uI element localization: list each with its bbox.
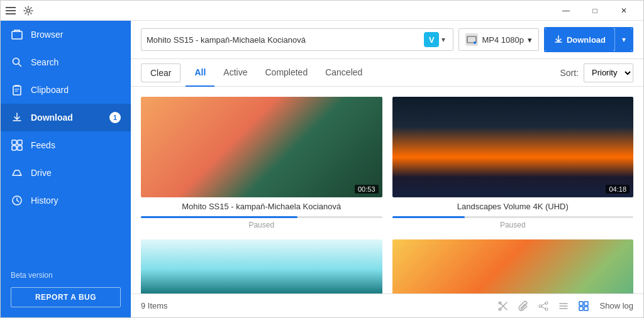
attachment-icon[interactable] [517,300,530,312]
download-dropdown-button[interactable]: ▾ [614,28,632,51]
progress-fill-1 [392,216,465,218]
download-card-1: 04:18 Landscapes Volume 4K (UHD) Paused [392,97,634,229]
cut-icon[interactable] [497,300,509,312]
svg-point-8 [19,175,20,176]
svg-rect-19 [579,307,583,310]
feeds-icon [11,139,23,151]
thumbnail-2[interactable] [141,239,382,293]
download-card-3 [392,239,634,293]
url-input-wrapper[interactable]: V ▾ [141,28,453,51]
progress-bar-0 [141,216,382,218]
format-icon [465,33,478,46]
svg-point-16 [545,308,548,310]
svg-rect-4 [12,140,16,145]
filter-all-tab[interactable]: All [186,59,214,87]
svg-rect-18 [584,302,588,305]
browser-label: Browser [31,30,63,40]
download-card-2 [141,239,382,293]
thumbnail-3[interactable] [392,239,634,293]
download-badge: 1 [109,112,121,123]
sidebar: Browser Search [1,21,131,317]
bottombar-icons [497,300,590,312]
sidebar-item-feeds[interactable]: Feeds [1,131,131,159]
download-card-0: 00:53 Mohito SS15 - kampaň-Michaela Koci… [141,97,382,229]
svg-rect-20 [584,307,588,310]
svg-rect-3 [13,86,21,95]
download-label: Download [31,112,73,123]
format-selector[interactable]: MP4 1080p ▾ [458,28,539,51]
filter-clear-button[interactable]: Clear [141,63,180,82]
sidebar-item-search[interactable]: Search [1,48,131,76]
sort-section: Sort: Priority Name Date Size [560,63,633,82]
thumbnail-0[interactable]: 00:53 [141,97,382,197]
duration-0: 00:53 [355,185,379,194]
filter-bar: Clear All Active Completed Canceled Sort… [131,59,643,87]
download-grid: 00:53 Mohito SS15 - kampaň-Michaela Koci… [131,87,643,293]
svg-rect-6 [12,146,16,150]
svg-rect-1 [12,31,22,39]
vimeo-icon: V [424,32,439,47]
item-count: 9 Items [141,301,487,310]
filter-active-tab[interactable]: Active [214,59,256,87]
progress-fill-0 [141,216,297,218]
titlebar-left [6,6,33,16]
window-controls: — □ ✕ [552,1,638,21]
grid-view-icon[interactable] [577,300,590,312]
format-label: MP4 1080p [482,35,524,45]
bottombar: 9 Items [131,293,643,317]
thumbnail-1[interactable]: 04:18 [392,97,634,197]
show-log-button[interactable]: Show log [600,301,633,310]
report-bug-button[interactable]: REPORT A BUG [11,287,121,307]
sort-select[interactable]: Priority Name Date Size [584,63,633,82]
sort-label: Sort: [560,68,579,78]
svg-point-15 [539,305,541,307]
drive-icon [11,167,23,179]
format-chevron: ▾ [528,35,532,45]
card-title-1: Landscapes Volume 4K (UHD) [392,201,634,212]
sidebar-item-download[interactable]: Download 1 [1,104,131,131]
duration-1: 04:18 [606,185,630,194]
download-icon [11,111,23,124]
card-status-1: Paused [392,221,634,229]
clipboard-icon [11,84,23,96]
download-btn-label: Download [567,35,606,45]
download-main-button[interactable]: Download [545,28,614,51]
settings-icon[interactable] [23,6,33,16]
share-icon[interactable] [537,300,550,312]
drive-label: Drive [31,168,52,178]
sidebar-item-drive[interactable]: Drive [1,159,131,187]
right-panel: V ▾ MP4 1080p ▾ [131,21,643,317]
search-icon [11,56,23,69]
beta-label: Beta version [1,263,131,287]
url-dropdown-chevron[interactable]: ▾ [439,35,448,44]
minimize-button[interactable]: — [552,1,580,21]
filter-canceled-tab[interactable]: Canceled [316,59,371,87]
sidebar-item-browser[interactable]: Browser [1,21,131,48]
list-view-icon[interactable] [557,300,570,312]
search-label: Search [31,57,58,67]
browser-icon [11,28,23,41]
hamburger-icon[interactable] [6,6,16,16]
feeds-label: Feeds [31,140,55,150]
svg-point-11 [474,41,476,44]
svg-point-0 [27,9,30,12]
card-title-0: Mohito SS15 - kampaň-Michaela Kocianová [141,201,382,212]
svg-rect-5 [18,140,22,145]
svg-rect-17 [579,302,583,305]
svg-point-14 [545,302,548,304]
svg-rect-7 [18,146,22,150]
sidebar-item-clipboard[interactable]: Clipboard [1,76,131,104]
close-button[interactable]: ✕ [609,1,638,21]
url-input[interactable] [147,35,424,45]
progress-bar-1 [392,216,634,218]
filter-completed-tab[interactable]: Completed [256,59,316,87]
topbar: V ▾ MP4 1080p ▾ [131,21,643,59]
maximize-button[interactable]: □ [580,1,609,21]
sidebar-item-history[interactable]: History [1,187,131,214]
titlebar: — □ ✕ [1,1,643,21]
download-button-group: Download ▾ [544,27,633,52]
history-icon [11,194,23,207]
clipboard-label: Clipboard [31,85,69,95]
card-status-0: Paused [141,221,382,229]
history-label: History [31,195,58,206]
